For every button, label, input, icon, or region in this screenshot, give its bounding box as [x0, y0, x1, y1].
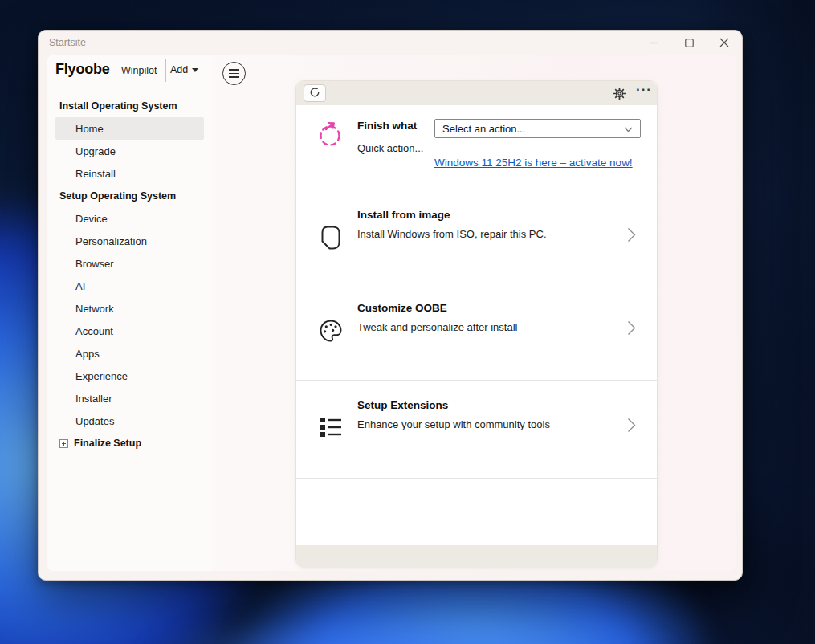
sidebar-item-home[interactable]: Home: [55, 117, 204, 140]
iso-page-icon: [317, 224, 344, 251]
oobe-row-subtitle: Tweak and personalize after install: [357, 321, 517, 333]
chevron-down-icon: [192, 68, 198, 72]
setup-extensions-row[interactable]: Setup Extensions Enhance your setup with…: [296, 380, 657, 478]
header-divider: [165, 59, 166, 82]
sidebar-nav: Install Operating System Home Upgrade Re…: [47, 95, 212, 454]
sidebar-item-network[interactable]: Network: [55, 297, 204, 320]
window-title: Startsite: [49, 37, 86, 48]
minimize-button[interactable]: [636, 31, 671, 55]
refresh-icon: [309, 87, 320, 100]
minimize-icon: [650, 39, 658, 47]
sidebar-item-installer[interactable]: Installer: [55, 387, 204, 410]
sidebar-item-upgrade[interactable]: Upgrade: [55, 140, 204, 162]
install-row-title: Install from image: [357, 209, 450, 221]
sidebar-item-reinstall[interactable]: Reinstall: [55, 162, 204, 185]
titlebar[interactable]: Startsite: [39, 31, 742, 55]
add-button-label: Add: [170, 64, 188, 75]
install-row-subtitle: Install Windows from ISO, repair this PC…: [357, 228, 547, 240]
quick-row-title: Finish what: [357, 120, 417, 132]
home-card: ··· Finish what: [295, 80, 658, 567]
app-content: Flyoobe Winpilot Add Install Operating S…: [47, 55, 736, 571]
close-icon: [719, 38, 729, 47]
action-select-value: Select an action...: [442, 123, 525, 135]
hamburger-icon: [229, 69, 239, 78]
extensions-row-subtitle: Enhance your setup with community tools: [357, 418, 550, 430]
window-controls: [636, 31, 742, 55]
extensions-list-icon: [317, 414, 344, 442]
palette-icon: [317, 317, 344, 344]
close-button[interactable]: [707, 31, 742, 55]
chevron-right-icon: [627, 320, 636, 339]
card-body: Finish what Select an action... Quick ac…: [296, 105, 657, 545]
oobe-row-title: Customize OOBE: [357, 302, 447, 314]
maximize-button[interactable]: [671, 31, 707, 55]
app-logo: Flyoobe: [55, 61, 110, 78]
more-options-button[interactable]: ···: [636, 82, 652, 98]
maximize-icon: [685, 39, 694, 47]
sidebar-item-updates[interactable]: Updates: [55, 410, 204, 432]
sidebar-item-browser[interactable]: Browser: [55, 252, 204, 275]
gear-icon: [613, 91, 626, 103]
sidebar-item-ai[interactable]: AI: [55, 275, 204, 297]
customize-oobe-row[interactable]: Customize OOBE Tweak and personalize aft…: [296, 283, 657, 380]
extensions-row-title: Setup Extensions: [357, 399, 448, 411]
dashed-sync-icon: [317, 120, 344, 148]
desktop: Startsite: [0, 0, 815, 644]
chevron-right-icon: [627, 418, 636, 436]
menu-button[interactable]: [222, 62, 246, 85]
install-from-image-row[interactable]: Install from image Install Windows from …: [296, 190, 657, 283]
quick-action-row: Finish what Select an action... Quick ac…: [296, 105, 657, 190]
action-select[interactable]: Select an action...: [434, 119, 641, 138]
sidebar: Flyoobe Winpilot Add Install Operating S…: [47, 55, 212, 571]
finalize-setup-label: Finalize Setup: [74, 438, 141, 449]
sidebar-item-experience[interactable]: Experience: [55, 365, 204, 387]
sidebar-section-install-os: Install Operating System: [47, 95, 212, 117]
sidebar-section-setup-os: Setup Operating System: [47, 185, 212, 207]
ellipsis-icon: ···: [636, 82, 652, 97]
sidebar-item-device[interactable]: Device: [55, 207, 204, 230]
winpilot-link[interactable]: Winpilot: [121, 65, 157, 76]
app-window: Startsite: [38, 30, 743, 581]
empty-row: [296, 478, 657, 545]
sidebar-item-finalize-setup[interactable]: Finalize Setup: [47, 432, 212, 454]
chevron-right-icon: [627, 227, 636, 246]
expand-plus-icon: [59, 439, 68, 448]
add-button[interactable]: Add: [170, 59, 198, 80]
select-chevron-icon: [624, 123, 633, 135]
refresh-button[interactable]: [304, 84, 326, 102]
card-toolbar: ···: [296, 81, 657, 105]
quick-row-subtitle: Quick action...: [357, 142, 423, 154]
settings-button[interactable]: [612, 87, 626, 101]
card-footer: [296, 545, 657, 568]
sidebar-item-personalization[interactable]: Personalization: [55, 230, 204, 252]
sidebar-item-account[interactable]: Account: [55, 320, 204, 342]
activate-25h2-link[interactable]: Windows 11 25H2 is here – activate now!: [434, 157, 633, 169]
sidebar-item-apps[interactable]: Apps: [55, 342, 204, 365]
